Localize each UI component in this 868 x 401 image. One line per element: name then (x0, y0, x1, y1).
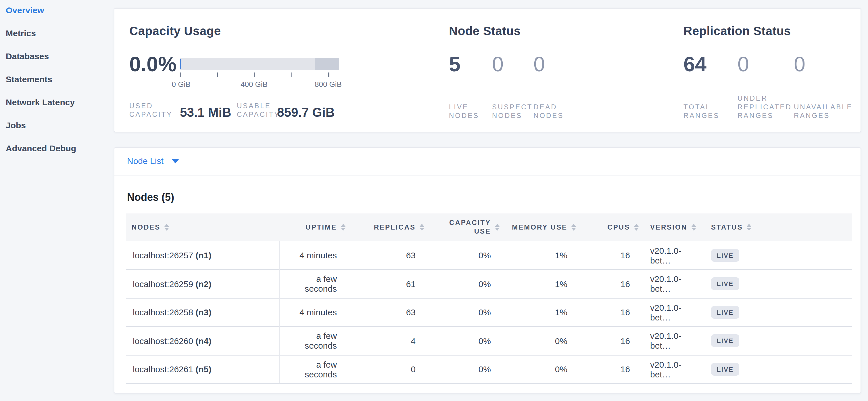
usable-capacity-label: USABLE CAPACITY (237, 102, 280, 119)
sidebar-item-metrics[interactable]: Metrics (6, 28, 114, 39)
axis-tick-label: 400 GiB (241, 80, 268, 89)
dead-nodes-stat: 0 DEADNODES (533, 54, 580, 120)
sort-icon (164, 224, 169, 231)
table-row[interactable]: localhost:26258 (n3) 4 minutes 63 0% 1% … (126, 298, 852, 326)
sidebar-item-advanced-debug[interactable]: Advanced Debug (6, 143, 114, 154)
status-badge: LIVE (711, 306, 740, 319)
column-header-replicas[interactable]: REPLICAS (351, 213, 430, 241)
sort-icon (495, 224, 499, 231)
replication-status-title: Replication Status (683, 24, 791, 38)
nodes-heading: Nodes (5) (127, 192, 174, 204)
status-badge: LIVE (711, 249, 740, 261)
status-badge: LIVE (711, 335, 740, 347)
axis-tick (291, 73, 292, 77)
sort-icon (420, 224, 424, 231)
axis-tick (180, 73, 181, 77)
sort-icon (691, 224, 696, 231)
view-selector-row: Node List (114, 148, 861, 175)
node-address[interactable]: localhost:26260 (133, 336, 193, 346)
table-row[interactable]: localhost:26257 (n1) 4 minutes 63 0% 1% … (126, 241, 852, 269)
caret-down-icon (172, 160, 179, 163)
capacity-bar (180, 58, 339, 70)
sidebar-item-network-latency[interactable]: Network Latency (6, 97, 114, 108)
status-badge: LIVE (711, 363, 740, 376)
node-status-section: Node Status 5 LIVENODES 0 SUSPECTNODES 0… (449, 9, 673, 132)
node-list-dropdown-label: Node List (127, 156, 163, 166)
nodes-table: NODES UPTIME REPLICAS CAPACITYUSE MEMORY… (126, 213, 852, 384)
used-capacity-label: USED CAPACITY (129, 102, 173, 119)
node-id: (n5) (196, 365, 212, 374)
node-address[interactable]: localhost:26261 (133, 365, 193, 374)
axis-tick (254, 73, 255, 77)
sort-icon (571, 224, 576, 231)
table-row[interactable]: localhost:26259 (n2) a few seconds 61 0%… (126, 269, 852, 298)
capacity-bar-used-marker (180, 59, 181, 69)
sidebar-item-databases[interactable]: Databases (6, 51, 114, 62)
sidebar-item-jobs[interactable]: Jobs (6, 120, 114, 131)
capacity-used-percent: 0.0% (129, 54, 177, 75)
status-badge: LIVE (711, 278, 740, 290)
column-header-status[interactable]: STATUS (705, 213, 852, 241)
capacity-usage-section: Capacity Usage 0.0% 0 GiB 400 GiB 800 Gi… (129, 9, 443, 132)
sidebar-item-overview[interactable]: Overview (6, 5, 114, 16)
capacity-stats: USED CAPACITY 53.1 MiB USABLE CAPACITY 8… (129, 98, 443, 119)
table-row[interactable]: localhost:26261 (n5) a few seconds 0 0% … (126, 355, 852, 383)
page: Overview Metrics Databases Statements Ne… (0, 0, 868, 401)
axis-tick-label: 800 GiB (315, 80, 342, 89)
node-id: (n1) (196, 250, 212, 260)
column-header-cpus[interactable]: CPUS (582, 213, 644, 241)
unavailable-ranges-stat: 0 UNAVAILABLERANGES (794, 54, 857, 120)
axis-tick (328, 73, 329, 77)
sort-icon (747, 224, 751, 231)
node-id: (n2) (196, 279, 212, 289)
table-row[interactable]: localhost:26260 (n4) a few seconds 4 0% … (126, 326, 852, 355)
suspect-nodes-stat: 0 SUSPECTNODES (492, 54, 533, 120)
usable-capacity-value: 859.7 GiB (277, 105, 335, 120)
table-header-row: NODES UPTIME REPLICAS CAPACITYUSE MEMORY… (126, 213, 852, 241)
column-header-nodes[interactable]: NODES (126, 213, 279, 241)
capacity-bar-other-segment (315, 58, 339, 70)
sort-icon (341, 224, 345, 231)
replication-status-section: Replication Status 64 TOTALRANGES 0 UNDE… (683, 9, 859, 132)
node-id: (n4) (196, 336, 212, 346)
axis-tick-label: 0 GiB (172, 80, 190, 89)
column-header-capacity-use[interactable]: CAPACITYUSE (430, 213, 505, 241)
used-capacity-value: 53.1 MiB (180, 105, 231, 120)
sidebar-item-statements[interactable]: Statements (6, 74, 114, 85)
axis-tick (217, 73, 218, 77)
total-ranges-stat: 64 TOTALRANGES (683, 54, 738, 120)
node-list-dropdown[interactable]: Node List (127, 156, 179, 166)
node-status-title: Node Status (449, 24, 521, 38)
cluster-summary-card: Capacity Usage 0.0% 0 GiB 400 GiB 800 Gi… (114, 8, 861, 132)
capacity-axis: 0 GiB 400 GiB 800 GiB (180, 73, 339, 90)
column-header-memory-use[interactable]: MEMORY USE (505, 213, 582, 241)
under-replicated-ranges-stat: 0 UNDER-REPLICATEDRANGES (738, 54, 794, 120)
column-header-version[interactable]: VERSION (644, 213, 705, 241)
sidebar: Overview Metrics Databases Statements Ne… (0, 0, 114, 401)
node-address[interactable]: localhost:26258 (133, 308, 193, 317)
node-address[interactable]: localhost:26257 (133, 250, 193, 260)
sort-icon (634, 224, 639, 231)
live-nodes-stat: 5 LIVENODES (449, 54, 492, 120)
node-id: (n3) (196, 308, 212, 317)
node-address[interactable]: localhost:26259 (133, 279, 193, 289)
node-list-card: Node List Nodes (5) NODES UPTIME REPLICA… (114, 147, 861, 394)
capacity-usage-title: Capacity Usage (129, 24, 221, 38)
column-header-uptime[interactable]: UPTIME (279, 213, 351, 241)
